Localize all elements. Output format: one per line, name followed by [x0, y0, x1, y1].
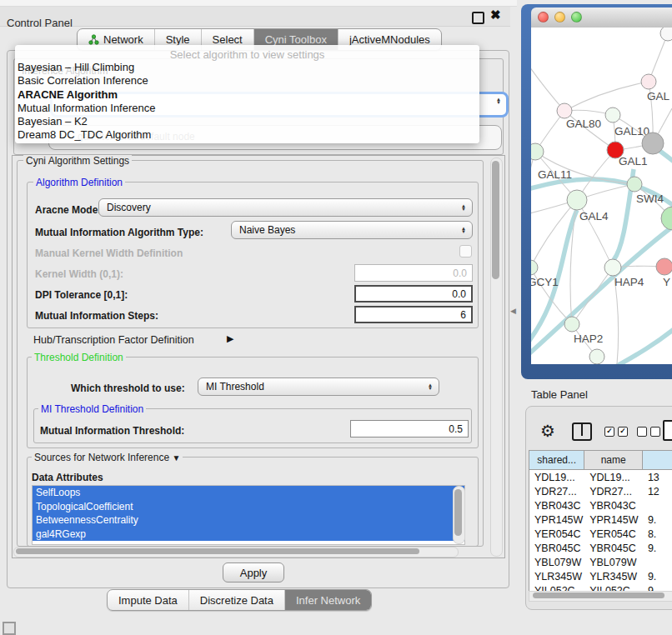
apply-button[interactable]: Apply [223, 562, 284, 582]
table-cell: YER054C [584, 527, 643, 541]
deselect-all-icon[interactable] [650, 427, 660, 437]
collapse-arrow-icon[interactable]: ▼ [172, 453, 180, 462]
network-edge-highlighted [659, 150, 672, 164]
which-threshold-combo[interactable]: MI Threshold ▲▼ [198, 378, 439, 396]
scrollbar-thumb[interactable] [533, 592, 664, 598]
network-canvas[interactable]: GALGAL80GAL10GAL1GAL11SWI4GAL4GCY1HAP4YH… [531, 28, 672, 364]
node-label: GAL10 [614, 125, 649, 138]
table-cell [643, 555, 672, 569]
attribute-item[interactable]: SelfLoops [33, 486, 464, 500]
table-cell: YBR045C [529, 541, 584, 555]
kernel-width-label: Kernel Width (0,1): [35, 268, 123, 280]
panel-grip-icon[interactable] [3, 622, 16, 635]
network-node[interactable] [589, 349, 604, 364]
mi-threshold-label: Mutual Information Threshold: [40, 425, 184, 437]
table-row[interactable]: YBR043CYBR043C [529, 498, 672, 512]
network-node[interactable] [661, 207, 672, 230]
data-attributes-list[interactable]: SelfLoopsTopologicalCoefficientBetweenne… [32, 485, 465, 545]
network-node-y[interactable] [656, 258, 672, 275]
table-row[interactable]: YDR27...YDR27...12 [529, 484, 672, 498]
table-cell: YDL19... [584, 470, 643, 484]
table-row[interactable]: YBL079WYBL079W [529, 555, 672, 569]
network-window-titlebar[interactable] [531, 8, 672, 28]
table-row[interactable]: YPR145WYPR145W9. [529, 512, 672, 527]
select-all-icon[interactable]: ✓ [604, 427, 614, 437]
table-cell: YDL19... [529, 470, 584, 484]
traffic-light-close-icon[interactable] [538, 12, 549, 22]
which-threshold-label: Which threshold to use: [71, 382, 185, 394]
network-node-gal11[interactable] [531, 143, 544, 160]
network-node-swi4[interactable] [627, 177, 642, 192]
aracne-mode-label: Aracne Mode: [35, 204, 101, 216]
table-column-header[interactable]: shared... [529, 451, 584, 469]
gear-icon[interactable]: ⚙ [540, 421, 555, 441]
settings-horizontal-scrollbar[interactable] [13, 547, 459, 558]
expand-arrow-icon[interactable]: ▶ [227, 333, 233, 344]
algorithm-option[interactable]: Basic Correlation Inference [17, 74, 478, 88]
table-row[interactable]: YER054CYER054C8. [529, 527, 672, 541]
float-window-icon[interactable] [472, 12, 484, 24]
table-row[interactable]: YLR345WYLR345W9. [529, 569, 672, 583]
dropdown-list: Bayesian – Hill ClimbingBasic Correlatio… [17, 61, 478, 142]
node-label: HAP2 [574, 332, 603, 345]
settings-vertical-scrollbar[interactable] [490, 158, 503, 557]
network-node-gal80[interactable] [557, 103, 572, 118]
algorithm-option[interactable]: Mutual Information Inference [17, 102, 478, 115]
attribute-item[interactable]: TopologicalCoefficient [33, 500, 464, 514]
algorithm-definition-title: Algorithm Definition [33, 177, 125, 188]
algorithm-option[interactable]: Dream8 DC_TDC Algorithm [17, 128, 478, 142]
network-tab-icon [88, 34, 99, 45]
network-node-gal[interactable] [641, 74, 656, 89]
node-table: shared...name YDL19...YDL19...13YDR27...… [529, 450, 672, 602]
network-node[interactable] [660, 28, 672, 41]
network-node-gal10[interactable] [605, 108, 620, 122]
bottom-tabbar: Impute Data Discretize Data Infer Networ… [107, 589, 372, 611]
select-all-icon[interactable]: ✓ [618, 427, 628, 437]
table-cell: 12 [643, 484, 672, 498]
network-node-gal4[interactable] [567, 190, 587, 210]
traffic-light-minimize-icon[interactable] [554, 12, 565, 22]
tab-discretize-data[interactable]: Discretize Data [189, 590, 285, 610]
network-edge-highlighted [607, 327, 672, 364]
network-node[interactable] [642, 132, 664, 154]
scrollbar-thumb[interactable] [454, 489, 462, 536]
table-row[interactable]: YDL19...YDL19...13 [529, 470, 672, 484]
table-horizontal-scrollbar[interactable] [529, 591, 672, 602]
network-node-gcy1[interactable] [531, 260, 538, 275]
top-strip [0, 0, 517, 7]
scrollbar-thumb[interactable] [492, 161, 499, 279]
mi-threshold-input[interactable]: 0.5 [350, 420, 469, 438]
split-columns-icon[interactable] [572, 422, 592, 441]
traffic-light-zoom-icon[interactable] [571, 12, 582, 22]
mi-type-combo[interactable]: Naive Bayes ▲▼ [231, 221, 473, 239]
mi-threshold-title: MI Threshold Definition [38, 403, 146, 415]
tab-infer-network[interactable]: Infer Network [285, 590, 371, 610]
aracne-mode-combo[interactable]: Discovery ▲▼ [98, 198, 473, 217]
deselect-all-icon[interactable] [637, 427, 647, 437]
kernel-width-input[interactable]: 0.0 [354, 264, 473, 282]
network-node-hap2[interactable] [564, 317, 579, 332]
close-icon[interactable]: ✖ [490, 8, 501, 22]
attribute-list-scrollbar[interactable] [453, 486, 465, 544]
table-column-header[interactable]: name [584, 451, 643, 469]
attribute-item[interactable]: BetweennessCentrality [33, 513, 464, 528]
table-row[interactable]: YBR045CYBR045C9. [529, 541, 672, 555]
algorithm-option[interactable]: Bayesian – Hill Climbing [17, 61, 478, 74]
threshold-definition-title: Threshold Definition [32, 352, 126, 363]
manual-kernel-checkbox[interactable] [459, 245, 472, 258]
scrollbar-thumb[interactable] [16, 548, 419, 554]
combo-arrows-icon: ▲▼ [461, 199, 466, 216]
algorithm-option[interactable]: ARACNE Algorithm [17, 88, 478, 102]
table-column-header[interactable] [643, 451, 672, 469]
table-cell: YDR27... [584, 484, 643, 498]
tab-impute-data[interactable]: Impute Data [108, 590, 189, 610]
splitter-arrow-icon[interactable]: ◀ [510, 307, 516, 315]
dpi-tolerance-input[interactable]: 0.0 [354, 285, 473, 302]
algorithm-option[interactable]: Bayesian – K2 [17, 115, 478, 128]
control-panel-title: Control Panel [7, 17, 73, 29]
mi-steps-input[interactable]: 6 [354, 306, 473, 323]
attribute-item[interactable]: gal4RGexp [33, 528, 464, 542]
document-icon[interactable] [663, 420, 672, 441]
tab-label: Discretize Data [200, 594, 273, 607]
network-node-hap4[interactable] [604, 259, 621, 276]
